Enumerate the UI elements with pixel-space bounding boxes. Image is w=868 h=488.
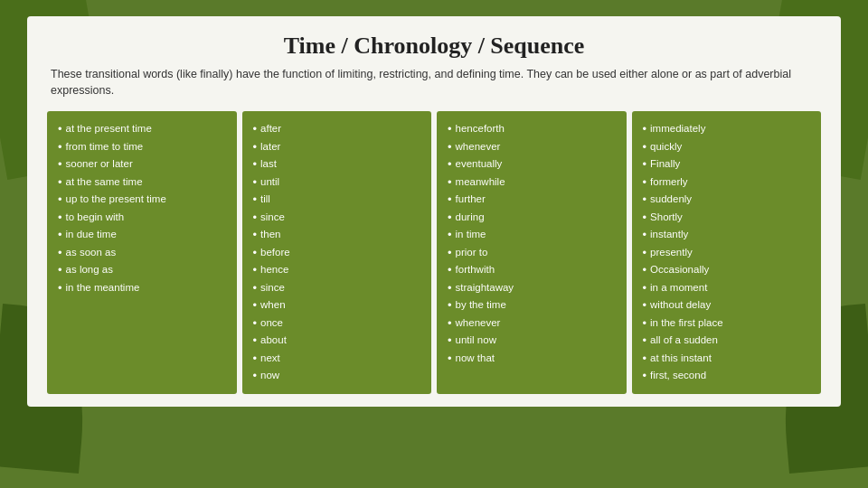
list-item: instantly — [643, 226, 813, 244]
main-card: Time / Chronology / Sequence These trans… — [27, 16, 841, 407]
list-item: as long as — [58, 261, 228, 279]
list-item: formerly — [643, 174, 813, 192]
list-item: prior to — [448, 244, 618, 262]
list-item: until — [253, 174, 423, 192]
column-1-list: at the present timefrom time to timesoon… — [58, 120, 228, 296]
list-item: in due time — [58, 226, 228, 244]
list-item: presently — [643, 244, 813, 262]
list-item: last — [253, 155, 423, 174]
list-item: when — [253, 296, 423, 314]
list-item: forthwith — [448, 261, 618, 279]
list-item: immediately — [643, 120, 813, 138]
list-item: all of a sudden — [643, 332, 813, 350]
list-item: by the time — [448, 296, 618, 314]
columns-container: at the present timefrom time to timesoon… — [47, 111, 821, 394]
list-item: at the present time — [58, 120, 228, 138]
list-item: without delay — [643, 296, 813, 314]
list-item: during — [448, 209, 618, 227]
list-item: in a moment — [643, 279, 813, 297]
list-item: up to the present time — [58, 191, 228, 209]
list-item: in the first place — [643, 314, 813, 333]
list-item: in the meantime — [58, 279, 228, 297]
list-item: straightaway — [448, 279, 618, 297]
column-4: immediatelyquicklyFinallyformerlysuddenl… — [632, 111, 822, 394]
list-item: later — [253, 138, 423, 156]
list-item: at the same time — [58, 174, 228, 192]
column-3: henceforthwhenevereventuallymeanwhilefur… — [437, 111, 627, 394]
list-item: hence — [253, 261, 423, 279]
list-item: before — [253, 244, 423, 262]
list-item: from time to time — [58, 138, 228, 156]
list-item: first, second — [643, 367, 813, 385]
list-item: Shortly — [643, 209, 813, 227]
list-item: since — [253, 209, 423, 227]
list-item: till — [253, 191, 423, 209]
subtitle-text: These transitional words (like finally) … — [47, 67, 821, 99]
list-item: as soon as — [58, 244, 228, 262]
list-item: at this instant — [643, 350, 813, 368]
column-2-list: afterlaterlastuntiltillsincethenbeforehe… — [253, 120, 423, 385]
list-item: then — [253, 226, 423, 244]
list-item: further — [448, 191, 618, 209]
list-item: to begin with — [58, 209, 228, 227]
list-item: henceforth — [448, 120, 618, 138]
column-2: afterlaterlastuntiltillsincethenbeforehe… — [242, 111, 432, 394]
list-item: once — [253, 314, 423, 333]
list-item: until now — [448, 332, 618, 350]
list-item: after — [253, 120, 423, 138]
column-1: at the present timefrom time to timesoon… — [47, 111, 237, 394]
list-item: meanwhile — [448, 174, 618, 192]
list-item: whenever — [448, 314, 618, 333]
list-item: quickly — [643, 138, 813, 156]
list-item: since — [253, 279, 423, 297]
list-item: whenever — [448, 138, 618, 156]
list-item: eventually — [448, 155, 618, 174]
list-item: Finally — [643, 155, 813, 174]
list-item: now — [253, 367, 423, 385]
list-item: next — [253, 350, 423, 368]
column-3-list: henceforthwhenevereventuallymeanwhilefur… — [448, 120, 618, 367]
list-item: sooner or later — [58, 155, 228, 174]
list-item: in time — [448, 226, 618, 244]
list-item: suddenly — [643, 191, 813, 209]
list-item: Occasionally — [643, 261, 813, 279]
list-item: about — [253, 332, 423, 350]
page-title: Time / Chronology / Sequence — [47, 33, 821, 60]
column-4-list: immediatelyquicklyFinallyformerlysuddenl… — [643, 120, 813, 385]
list-item: now that — [448, 350, 618, 368]
